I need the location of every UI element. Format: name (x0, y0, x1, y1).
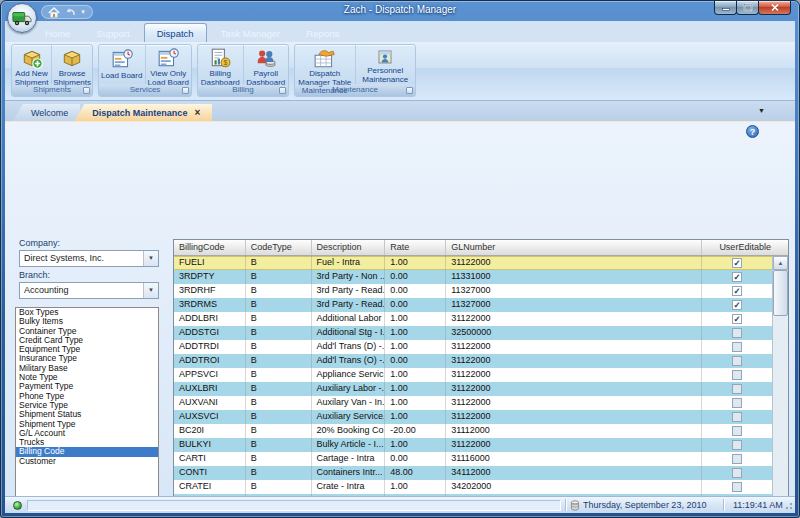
ribbon-groups: Add New Shipment Browse ShipmentsShipmen… (11, 44, 416, 97)
cell-description: Crate - Intra (312, 480, 386, 494)
checkbox-unchecked-icon[interactable] (732, 328, 742, 338)
ribbon-tab-home[interactable]: Home (33, 24, 82, 42)
resize-grip-icon[interactable] (784, 502, 793, 511)
list-item-customer[interactable]: Customer (16, 457, 158, 466)
cell-codetype: B (246, 340, 312, 354)
combo-arrow-icon[interactable]: ▼ (143, 283, 158, 298)
doc-tab-dispatch-maintenance[interactable]: Dispatch Maintenance× (74, 104, 212, 121)
cell-codetype: B (246, 410, 312, 424)
table-row-auxvani[interactable]: AUXVANIBAuxilary Van - In...1.0031122000 (174, 396, 772, 410)
cell-codetype: B (246, 452, 312, 466)
table-row-carti[interactable]: CARTIBCartage - Intra0.0031116000 (174, 452, 772, 466)
checkbox-unchecked-icon[interactable] (732, 454, 742, 464)
tab-close-icon[interactable]: × (194, 107, 200, 118)
checkbox-unchecked-icon[interactable] (732, 342, 742, 352)
browse-shipments-button[interactable]: Browse Shipments (51, 45, 92, 84)
dispatch-manager-table-maintenance-button[interactable]: Dispatch Manager Table Maintenance (295, 45, 355, 84)
ribbon-tab-task-manager[interactable]: Task Manager (209, 24, 293, 42)
table-row-addtroi[interactable]: ADDTROIBAdd'l Trans (O) -...0.0031122000 (174, 354, 772, 368)
cell-glnumber: 11327000 (446, 284, 702, 298)
table-row-appsvci[interactable]: APPSVCIBAppliance Servic...1.0031122000 (174, 368, 772, 382)
ribbon-tab-reports[interactable]: Reports (294, 24, 351, 42)
dialog-launcher-icon[interactable] (182, 87, 189, 94)
checkbox-checked-icon[interactable]: ✓ (732, 272, 742, 282)
add-new-shipment-button[interactable]: Add New Shipment (12, 45, 51, 84)
column-header-rate[interactable]: Rate (385, 240, 446, 255)
vertical-scrollbar[interactable]: ▲ ▼ (772, 256, 788, 513)
table-row-3rdpty[interactable]: 3RDPTYB3rd Party - Non ...0.0011331000✓ (174, 270, 772, 284)
undo-icon[interactable] (64, 7, 76, 18)
load-board-button[interactable]: Load Board (99, 45, 145, 84)
table-row-addstgi[interactable]: ADDSTGIBAdditional Stg - I...1.003250000… (174, 326, 772, 340)
checkbox-checked-icon[interactable]: ✓ (732, 300, 742, 310)
table-row-conti[interactable]: CONTIBContainers Intr...48.0034112000 (174, 466, 772, 480)
checkbox-unchecked-icon[interactable] (732, 384, 742, 394)
doc-tab-welcome[interactable]: Welcome (13, 104, 80, 121)
checkbox-unchecked-icon[interactable] (732, 426, 742, 436)
cell-codetype: B (246, 424, 312, 438)
cell-billingcode: AUXLBRI (174, 382, 246, 396)
table-row-addtrdi[interactable]: ADDTRDIBAdd'l Trans (D) -...1.0031122000 (174, 340, 772, 354)
application-menu-button[interactable] (7, 3, 37, 33)
checkbox-unchecked-icon[interactable] (732, 370, 742, 380)
column-header-glnumber[interactable]: GLNumber (446, 240, 702, 255)
ribbon-tab-support[interactable]: Support (84, 24, 141, 42)
ribbon-button-label: Load Board (101, 72, 142, 81)
checkbox-unchecked-icon[interactable] (732, 440, 742, 450)
table-row-3rdrms[interactable]: 3RDRMSB3rd Party - Read...0.0011327000✓ (174, 298, 772, 312)
checkbox-checked-icon[interactable]: ✓ (732, 314, 742, 324)
cell-glnumber: 31112000 (446, 424, 702, 438)
table-row-fueli[interactable]: FUELIBFuel - Intra1.0031122000✓ (174, 256, 772, 270)
ribbon-group-shipments: Add New Shipment Browse ShipmentsShipmen… (11, 44, 93, 97)
scroll-thumb[interactable] (773, 270, 788, 316)
billing-dashboard-button[interactable]: $Billing Dashboard (198, 45, 243, 84)
ribbon-tab-dispatch[interactable]: Dispatch (144, 23, 207, 42)
branch-select[interactable]: Accounting ▼ (19, 282, 159, 299)
table-row-auxsvci[interactable]: AUXSVCIBAuxiliary Service...1.0031122000 (174, 410, 772, 424)
close-button[interactable] (758, 1, 791, 15)
checkbox-unchecked-icon[interactable] (732, 398, 742, 408)
help-icon[interactable]: ? (746, 125, 759, 138)
checkbox-unchecked-icon[interactable] (732, 482, 742, 492)
cell-codetype: B (246, 382, 312, 396)
title-bar[interactable]: Zach - Dispatch Manager (1, 1, 799, 21)
table-row-cratei[interactable]: CRATEIBCrate - Intra1.0034202000 (174, 480, 772, 494)
dialog-launcher-icon[interactable] (83, 87, 90, 94)
table-row-bc20i[interactable]: BC20IB20% Booking Co...-20.0031112000 (174, 424, 772, 438)
company-value: Direct Systems, Inc. (24, 253, 104, 263)
cell-glnumber: 31122000 (446, 396, 702, 410)
dialog-launcher-icon[interactable] (279, 87, 286, 94)
minimize-button[interactable] (714, 1, 737, 15)
qat-dropdown-icon[interactable]: ▼ (80, 9, 86, 15)
table-row-bulkyi[interactable]: BULKYIBBulky Article - I...1.0031122000 (174, 438, 772, 452)
home-icon[interactable] (48, 7, 60, 18)
maximize-button[interactable] (736, 1, 759, 15)
payroll-dashboard-button[interactable]: Payroll Dashboard (243, 45, 289, 84)
view-only-load-board-button[interactable]: View Only Load Board (145, 45, 192, 84)
cell-description: Appliance Servic... (312, 368, 386, 382)
company-select[interactable]: Direct Systems, Inc. ▼ (19, 250, 159, 267)
table-row-addlbri[interactable]: ADDLBRIBAdditional Labor ...1.0031122000… (174, 312, 772, 326)
checkbox-checked-icon[interactable]: ✓ (732, 286, 742, 296)
combo-arrow-icon[interactable]: ▼ (143, 251, 158, 266)
column-header-description[interactable]: Description (312, 240, 386, 255)
table-row-3rdrhf[interactable]: 3RDRHFB3rd Party - Read...0.0011327000✓ (174, 284, 772, 298)
cell-glnumber: 31122000 (446, 256, 702, 270)
cell-description: Additional Labor ... (312, 312, 386, 326)
checkbox-unchecked-icon[interactable] (732, 356, 742, 366)
column-header-usereditable[interactable]: UserEditable (702, 240, 788, 255)
cell-description: Containers Intr... (312, 466, 386, 480)
cell-usereditable (702, 326, 772, 340)
checkbox-unchecked-icon[interactable] (732, 412, 742, 422)
personnel-maintenance-button[interactable]: Personnel Maintenance (355, 45, 416, 84)
dialog-launcher-icon[interactable] (406, 87, 413, 94)
table-row-auxlbri[interactable]: AUXLBRIBAuxiliary Labor -...1.0031122000 (174, 382, 772, 396)
column-header-billingcode[interactable]: BillingCode (174, 240, 246, 255)
cell-glnumber: 31122000 (446, 410, 702, 424)
column-header-codetype[interactable]: CodeType (246, 240, 312, 255)
scroll-up-button[interactable]: ▲ (773, 256, 788, 270)
checkbox-unchecked-icon[interactable] (732, 468, 742, 478)
cell-codetype: B (246, 256, 312, 270)
tabstrip-overflow-icon[interactable]: ▼ (758, 107, 765, 114)
checkbox-checked-icon[interactable]: ✓ (732, 258, 742, 268)
